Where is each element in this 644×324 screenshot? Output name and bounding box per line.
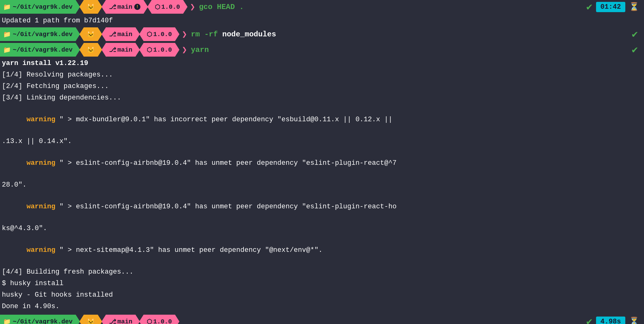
check-right-2: ✔ [632, 28, 644, 40]
folder-icon-2: 📁 [3, 30, 11, 38]
warning-line-3-cont: ks@^4.3.0". [0, 223, 644, 234]
time-badge-bottom: 4.98s [596, 317, 625, 324]
warning-line-3: warning " > eslint-config-airbnb@19.0.4"… [0, 191, 644, 223]
version-text-bottom: 1.0.0 [153, 318, 172, 324]
warning-text-4: " > next-sitemap@4.1.3" has unmet peer d… [55, 246, 323, 254]
command-text-3: yarn [191, 46, 209, 54]
warning-label-2: warning [26, 159, 55, 167]
pkg-icon-bottom: ⬡ [147, 318, 152, 324]
dir-segment-1: 📁 📁 ~/Git/vagr9k.dev [0, 0, 80, 14]
output-fetching: [2/4] Fetching packages... [0, 81, 644, 92]
exclaim-icon: ! [134, 4, 140, 10]
command-text-2: rm -rf node_modules [191, 30, 276, 39]
git-segment-3: 🐱 [79, 43, 102, 57]
terminal-output: Updated 1 path from b7d140f 📁 ~/Git/vagr… [0, 14, 644, 313]
branch-icon-bottom: ⎇ [109, 318, 116, 324]
output-resolving: [1/4] Resolving packages... [0, 69, 644, 81]
prompt-arrow-1: ❯ [190, 2, 195, 12]
hourglass-icon-bottom: ⏳ [629, 317, 639, 324]
warning-label-4: warning [26, 246, 55, 254]
version-text-3: 1.0.0 [153, 46, 172, 53]
bottom-right-area: ✔ 4.98s ⏳ [586, 315, 644, 324]
check-icon-2: ✔ [632, 29, 638, 40]
version-text-2: 1.0.0 [153, 31, 172, 38]
prompt-row-3: 📁 ~/Git/vagr9k.dev 🐱 ⎇ main ⬡ 1.0.0 ❯ ya… [0, 42, 644, 58]
warning-text-2: " > eslint-config-airbnb@19.0.4" has unm… [55, 159, 397, 167]
output-husky-result: husky - Git hooks installed [0, 289, 644, 301]
version-segment-bottom: ⬡ 1.0.0 [139, 315, 179, 324]
folder-icon-3: 📁 [3, 46, 11, 54]
dir-segment-2: 📁 ~/Git/vagr9k.dev [0, 27, 80, 41]
branch-name-3: main [117, 46, 132, 53]
git-segment-1: 🐱 [79, 0, 102, 14]
pkg-icon-2: ⬡ [147, 30, 152, 38]
pkg-icon-3: ⬡ [147, 46, 152, 54]
warning-line-2-cont: 28.0". [0, 179, 644, 191]
git-cat-icon-2: 🐱 [87, 30, 95, 38]
prompt-arrow-3: ❯ [182, 44, 187, 55]
output-line-1: Updated 1 path from b7d140f [0, 15, 644, 26]
git-cat-icon: 🐱 [87, 3, 95, 11]
prompt-row-1: 📁 📁 ~/Git/vagr9k.dev 🐱 ⎇ main ! ⬡ 1.0.0 … [0, 0, 644, 14]
branch-segment-3: ⎇ main [102, 43, 140, 57]
dir-segment-3: 📁 ~/Git/vagr9k.dev [0, 43, 80, 57]
check-right-3: ✔ [632, 44, 644, 56]
header-right-1: ✔ 01:42 ⏳ [586, 1, 644, 13]
branch-segment-bottom: ⎇ main [102, 315, 140, 324]
git-cat-icon-bottom: 🐱 [87, 318, 95, 324]
branch-name-bottom: main [117, 318, 132, 324]
branch-segment-2: ⎇ main [102, 27, 140, 41]
version-segment-2: ⬡ 1.0.0 [139, 27, 179, 41]
branch-icon-2: ⎇ [109, 30, 116, 38]
warning-line-4: warning " > next-sitemap@4.1.3" has unme… [0, 234, 644, 266]
output-yarn-install: yarn install v1.22.19 [0, 58, 644, 69]
command-text-1: gco HEAD . [199, 3, 244, 11]
prompt-arrow-2: ❯ [182, 29, 187, 39]
version-segment-1: ⬡ 1.0.0 [147, 0, 187, 14]
output-husky-cmd: $ husky install [0, 278, 644, 289]
warning-line-1: warning " > mdx-bundler@9.0.1" has incor… [0, 104, 644, 136]
time-badge-1: 01:42 [596, 2, 625, 12]
check-icon-3: ✔ [632, 44, 638, 56]
bottom-prompt-row: 📁 ~/Git/vagr9k.dev 🐱 ⎇ main ⬡ 1.0.0 ✔ 4.… [0, 313, 644, 324]
branch-icon-3: ⎇ [109, 46, 116, 54]
check-icon-1: ✔ [586, 1, 592, 13]
branch-icon: ⎇ [109, 3, 116, 11]
branch-name-2: main [117, 31, 132, 38]
warning-line-1-cont: .13.x || 0.14.x". [0, 136, 644, 147]
warning-label-3: warning [26, 203, 55, 211]
version-segment-3: ⬡ 1.0.0 [139, 43, 179, 57]
hourglass-icon-1: ⏳ [629, 2, 639, 12]
warning-label-1: warning [26, 116, 55, 123]
check-icon-bottom: ✔ [586, 315, 592, 324]
output-done: Done in 4.90s. [0, 301, 644, 312]
dir-segment-bottom: 📁 ~/Git/vagr9k.dev [0, 315, 80, 324]
git-segment-2: 🐱 [79, 27, 102, 41]
output-building: [4/4] Building fresh packages... [0, 266, 644, 278]
cmd-arg-2: node_modules [222, 30, 276, 39]
branch-segment-1: ⎇ main ! [102, 0, 148, 14]
prompt-row-2: 📁 ~/Git/vagr9k.dev 🐱 ⎇ main ⬡ 1.0.0 ❯ rm… [0, 26, 644, 42]
output-linking: [3/4] Linking dependencies... [0, 92, 644, 104]
pkg-icon: ⬡ [155, 3, 160, 11]
branch-name-1: main [117, 3, 132, 11]
git-segment-bottom: 🐱 [79, 315, 102, 324]
terminal-window: 📁 📁 ~/Git/vagr9k.dev 🐱 ⎇ main ! ⬡ 1.0.0 … [0, 0, 644, 324]
folder-icon-bottom: 📁 [3, 318, 11, 324]
warning-text-1: " > mdx-bundler@9.0.1" has incorrect pee… [55, 116, 393, 123]
warning-text-3: " > eslint-config-airbnb@19.0.4" has unm… [55, 203, 397, 211]
warning-line-2: warning " > eslint-config-airbnb@19.0.4"… [0, 147, 644, 179]
git-cat-icon-3: 🐱 [87, 46, 95, 54]
version-text-1: 1.0.0 [161, 3, 180, 11]
folder-icon: 📁 [3, 3, 11, 11]
